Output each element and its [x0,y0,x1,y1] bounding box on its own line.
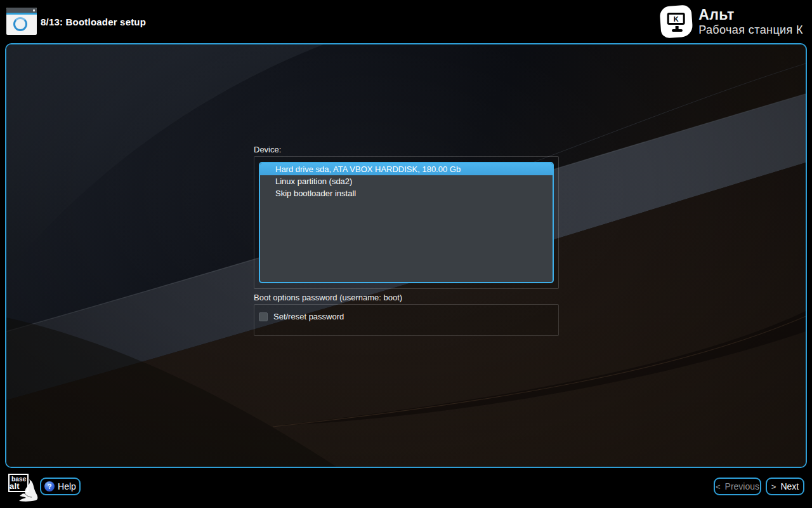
brand-logo: K Альт Рабочая станция К [660,0,803,43]
set-reset-password-label: Set/reset password [273,312,344,321]
help-question-icon: ? [44,481,55,491]
device-option-hard-drive[interactable]: Hard drive sda, ATA VBOX HARDDISK, 180.0… [260,163,553,175]
device-option-skip-install[interactable]: Skip bootloader install [260,187,553,199]
walrus-icon [18,478,39,502]
chevron-right-icon: > [771,482,776,491]
basealt-logo: base alt [6,472,38,504]
next-button[interactable]: > Next [766,478,804,495]
previous-button[interactable]: < Previous [714,478,761,495]
boot-password-section-label: Boot options password (username: boot) [254,293,402,302]
window-icon-spinner [13,17,27,31]
installer-content-area: Device: Hard drive sda, ATA VBOX HARDDIS… [5,43,807,468]
brand-edition: Рабочая станция К [698,23,803,37]
alt-k-monitor-icon: K [659,4,693,38]
device-section-label: Device: [254,145,281,154]
window-icon-titlebar [6,8,37,13]
set-reset-password-checkbox[interactable] [259,312,268,321]
device-option-linux-partition[interactable]: Linux partition (sda2) [260,175,553,187]
chevron-left-icon: < [716,482,721,491]
boot-password-panel: Set/reset password [254,304,559,336]
brand-name: Альт [698,6,803,23]
previous-button-label: Previous [725,481,759,491]
device-listbox[interactable]: Hard drive sda, ATA VBOX HARDDISK, 180.0… [259,162,554,283]
page-title: 8/13: Bootloader setup [41,0,146,43]
header-bar: 8/13: Bootloader setup K Альт Рабочая ст… [0,0,812,43]
next-button-label: Next [780,481,799,491]
footer-bar: base alt ? Help < Previous > Next [0,468,812,508]
device-panel: Hard drive sda, ATA VBOX HARDDISK, 180.0… [254,156,559,289]
set-reset-password-row[interactable]: Set/reset password [259,312,344,321]
installer-window-icon [6,8,37,35]
help-button-label: Help [58,481,76,491]
help-button[interactable]: ? Help [40,478,81,495]
window-icon-accent [6,13,37,15]
